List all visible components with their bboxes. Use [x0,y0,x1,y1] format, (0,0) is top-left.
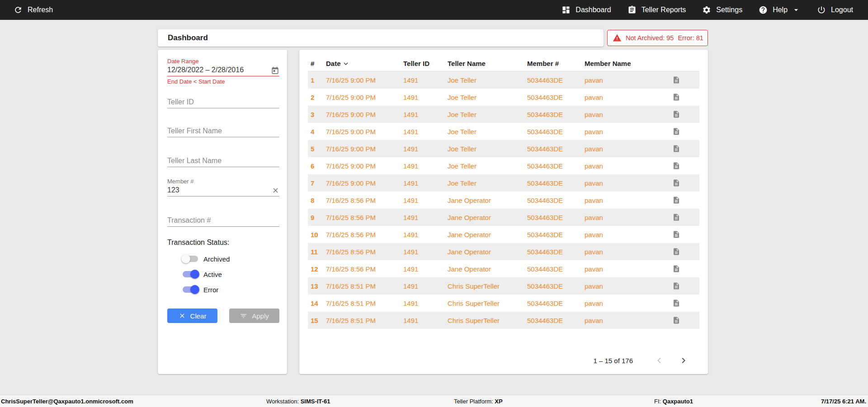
table-row[interactable]: 17/16/25 9:00 PM1491Joe Teller5034463DEp… [308,71,699,89]
gear-icon [702,5,711,14]
row-member-number: 5034463DE [527,76,585,84]
table-row[interactable]: 37/16/25 9:00 PM1491Joe Teller5034463DEp… [308,106,699,123]
row-teller-name: Jane Operator [448,248,527,256]
table-row[interactable]: 57/16/25 9:00 PM1491Joe Teller5034463DEp… [308,140,699,157]
toggle-active[interactable]: Active [183,268,279,280]
chevron-down-icon [792,5,801,14]
fi-info: FI: Qaxpauto1 [654,398,693,405]
nav-teller-reports[interactable]: Teller Reports [627,5,686,14]
pagination-next-button[interactable] [678,355,689,366]
note-icon[interactable] [668,76,699,84]
toggle-archived-label: Archived [203,255,230,263]
nav-help[interactable]: Help [759,5,801,14]
row-member-number: 5034463DE [527,265,585,273]
note-icon[interactable] [668,282,699,290]
row-teller-name: Chris SuperTeller [448,299,527,307]
row-member-name: pavan [585,76,668,84]
column-header-date[interactable]: Date [326,60,403,68]
logged-in-user: ChrisSuperTeller@Qaxpauto1.onmicrosoft.c… [1,398,133,405]
table-row[interactable]: 147/16/25 8:51 PM1491Chris SuperTeller50… [308,295,699,312]
dashboard-icon [561,5,571,14]
clear-member-icon[interactable] [272,187,279,196]
row-member-name: pavan [585,94,668,101]
member-number-input[interactable] [167,185,279,196]
transaction-status-label: Transaction Status: [167,239,279,247]
table-row[interactable]: 107/16/25 8:56 PM1491Jane Operator503446… [308,226,699,243]
apply-button[interactable]: Apply [229,309,279,323]
row-teller-id: 1491 [403,162,448,170]
row-member-name: pavan [585,214,668,221]
workstation-info: Workstation: SIMS-IT-61 [266,398,330,405]
nav-help-label: Help [773,6,788,14]
row-teller-name: Chris SuperTeller [448,317,527,324]
clear-button[interactable]: Clear [167,309,217,323]
row-number: 2 [308,94,326,101]
row-date: 7/16/25 8:56 PM [326,248,403,256]
row-teller-id: 1491 [403,196,448,204]
note-icon[interactable] [668,93,699,101]
top-navigation-bar: Refresh Dashboard Teller Reports Setting… [0,0,868,20]
transaction-number-input[interactable] [167,215,279,227]
teller-platform-value: XP [495,398,502,405]
row-member-number: 5034463DE [527,179,585,187]
row-teller-name: Joe Teller [448,162,527,170]
row-member-name: pavan [585,162,668,170]
note-icon[interactable] [668,127,699,136]
column-header-number: # [308,60,326,67]
row-date: 7/16/25 8:51 PM [326,317,403,324]
table-row[interactable]: 127/16/25 8:56 PM1491Jane Operator503446… [308,260,699,277]
row-teller-id: 1491 [403,231,448,239]
note-icon[interactable] [668,145,699,153]
toggle-error[interactable]: Error [183,284,279,295]
row-member-name: pavan [585,299,668,307]
filter-actions: Clear Apply [167,309,279,323]
fi-value: Qaxpauto1 [663,398,693,405]
table-row[interactable]: 77/16/25 9:00 PM1491Joe Teller5034463DEp… [308,174,699,192]
refresh-button[interactable]: Refresh [14,5,53,14]
nav-dashboard[interactable]: Dashboard [561,5,611,14]
note-icon[interactable] [668,110,699,118]
row-member-name: pavan [585,282,668,290]
note-icon[interactable] [668,230,699,239]
teller-id-input[interactable] [167,97,279,108]
pagination: 1 – 15 of 176 [593,355,689,366]
note-icon[interactable] [668,179,699,187]
column-header-member-number: Member # [527,60,585,67]
teller-first-name-input[interactable] [167,126,279,137]
filter-panel: Date Range End Date < Start Date Member … [158,50,287,374]
table-row[interactable]: 137/16/25 8:51 PM1491Chris SuperTeller50… [308,277,699,295]
teller-platform-info: Teller Platform: XP [454,398,503,405]
table-row[interactable]: 27/16/25 9:00 PM1491Joe Teller5034463DEp… [308,89,699,106]
page-header-card: Dashboard [158,29,604,47]
toggle-archived[interactable]: Archived [183,253,279,265]
table-row[interactable]: 47/16/25 9:00 PM1491Joe Teller5034463DEp… [308,123,699,140]
note-icon[interactable] [668,316,699,324]
nav-logout[interactable]: Logout [817,5,853,14]
teller-last-name-field [167,155,279,167]
note-icon[interactable] [668,248,699,256]
row-number: 6 [308,162,326,170]
table-row[interactable]: 117/16/25 8:56 PM1491Jane Operator503446… [308,243,699,260]
note-icon[interactable] [668,299,699,307]
close-icon [179,312,186,319]
note-icon[interactable] [668,162,699,170]
row-teller-name: Joe Teller [448,128,527,136]
nav-settings[interactable]: Settings [702,5,742,14]
note-icon[interactable] [668,213,699,221]
date-range-input[interactable] [167,65,279,76]
table-row[interactable]: 97/16/25 8:56 PM1491Jane Operator5034463… [308,209,699,226]
teller-last-name-input[interactable] [167,155,279,167]
row-member-name: pavan [585,145,668,153]
nav-settings-label: Settings [716,6,742,14]
table-row[interactable]: 87/16/25 8:56 PM1491Jane Operator5034463… [308,192,699,209]
row-number: 13 [308,282,326,290]
calendar-icon[interactable] [271,66,279,77]
note-icon[interactable] [668,196,699,204]
note-icon[interactable] [668,265,699,273]
row-teller-name: Jane Operator [448,231,527,239]
pagination-prev-button[interactable] [654,355,665,366]
row-member-number: 5034463DE [527,111,585,118]
refresh-icon [14,5,23,14]
table-row[interactable]: 67/16/25 9:00 PM1491Joe Teller5034463DEp… [308,157,699,174]
table-row[interactable]: 157/16/25 8:51 PM1491Chris SuperTeller50… [308,312,699,329]
